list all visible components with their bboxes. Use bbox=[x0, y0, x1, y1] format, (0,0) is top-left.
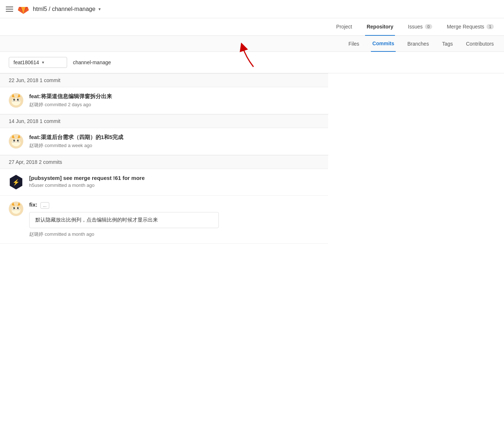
commit-meta-0-0: 赵璐婷 committed 2 days ago bbox=[29, 101, 319, 108]
date-group-3-label: 27 Apr, 2018 2 commits bbox=[9, 159, 62, 165]
nav-label-repository: Repository bbox=[367, 24, 393, 30]
avatar-0-0 bbox=[9, 93, 23, 108]
commit-title-1-0[interactable]: feat:渠道后台需求（四期）的1和5完成 bbox=[29, 134, 319, 141]
commit-ellipsis-badge[interactable]: ... bbox=[40, 202, 49, 209]
commit-info-2-0: [pubsystem] see merge request !61 for mo… bbox=[29, 175, 319, 188]
sub-nav-label-commits: Commits bbox=[372, 41, 394, 46]
commits-list: 22 Jun, 2018 1 commit bbox=[0, 73, 328, 244]
commit-item-2-1: fix: ... 默认隐藏放出比例列，点击编辑比例的时候才显示出来 赵璐婷 co… bbox=[0, 196, 328, 244]
sub-nav-branches[interactable]: Branches bbox=[406, 36, 430, 52]
commit-info-1-0: feat:渠道后台需求（四期）的1和5完成 赵璐婷 committed a we… bbox=[29, 134, 319, 149]
top-nav: html5 / channel-manage ▾ bbox=[0, 0, 504, 18]
commit-info-0-0: feat:将渠道信息编辑弹窗拆分出来 赵璐婷 committed 2 days … bbox=[29, 93, 319, 108]
svg-point-8 bbox=[12, 98, 20, 105]
date-group-1: 22 Jun, 2018 1 commit bbox=[0, 73, 328, 87]
commit-item-2-0: ⚡ [pubsystem] see merge request !61 for … bbox=[0, 169, 328, 196]
sub-nav-tags[interactable]: Tags bbox=[441, 36, 454, 52]
nav-item-merge-requests[interactable]: Merge Requests 1 bbox=[445, 18, 495, 36]
nav-label-merge-requests: Merge Requests bbox=[447, 24, 484, 30]
svg-point-24 bbox=[13, 140, 15, 142]
nav-label-project: Project bbox=[336, 24, 352, 30]
svg-point-14 bbox=[18, 99, 19, 100]
svg-point-21 bbox=[12, 139, 20, 146]
commit-info-2-1: fix: ... 默认隐藏放出比例列，点击编辑比例的时候才显示出来 赵璐婷 co… bbox=[29, 201, 319, 238]
nav-item-repository[interactable]: Repository bbox=[365, 18, 395, 36]
cat-avatar-0-0 bbox=[9, 93, 23, 108]
branch-path: channel-manage bbox=[73, 59, 111, 65]
sub-nav-label-files: Files bbox=[349, 41, 360, 47]
date-group-2: 14 Jun, 2018 1 commit bbox=[0, 114, 328, 128]
commit-item-0-0: feat:将渠道信息编辑弹窗拆分出来 赵璐婷 committed 2 days … bbox=[0, 87, 328, 114]
commit-title-0-0[interactable]: feat:将渠道信息编辑弹窗拆分出来 bbox=[29, 93, 319, 100]
svg-point-12 bbox=[17, 99, 19, 101]
commit-title-2-1[interactable]: fix: bbox=[29, 201, 38, 208]
commit-meta-2-0: h5user committed a month ago bbox=[29, 182, 319, 188]
nav-label-issues: Issues bbox=[408, 24, 423, 30]
sub-nav-files[interactable]: Files bbox=[347, 36, 361, 52]
branch-chevron-icon: ▾ bbox=[42, 60, 44, 65]
date-group-1-label: 22 Jun, 2018 1 commit bbox=[9, 77, 61, 83]
sub-nav-commits[interactable]: Commits bbox=[371, 36, 396, 52]
sub-nav-label-branches: Branches bbox=[407, 41, 429, 47]
branch-dropdown[interactable]: feat180614 ▾ bbox=[9, 57, 67, 68]
sub-nav: Files Commits Branches Tags Contributors bbox=[0, 36, 504, 52]
avatar-1-0 bbox=[9, 134, 23, 149]
date-group-2-label: 14 Jun, 2018 1 commit bbox=[9, 118, 61, 124]
date-group-3: 27 Apr, 2018 2 commits bbox=[0, 155, 328, 169]
svg-point-25 bbox=[17, 140, 19, 142]
sub-nav-container: Files Commits Branches Tags Contributors bbox=[0, 36, 504, 52]
sub-nav-contributors[interactable]: Contributors bbox=[465, 36, 495, 52]
repo-path-text: html5 / channel-manage bbox=[33, 6, 96, 12]
sub-nav-label-contributors: Contributors bbox=[466, 41, 494, 47]
cat-avatar-2-1 bbox=[9, 201, 23, 216]
repo-chevron: ▾ bbox=[98, 7, 101, 12]
svg-point-39 bbox=[14, 207, 15, 208]
avatar-2-1 bbox=[9, 201, 23, 216]
commit-meta-2-1: 赵璐婷 committed a month ago bbox=[29, 231, 319, 238]
merge-requests-badge: 1 bbox=[486, 24, 494, 29]
cat-avatar-1-0 bbox=[9, 134, 23, 149]
svg-point-13 bbox=[14, 99, 15, 100]
svg-point-40 bbox=[18, 207, 19, 208]
issues-badge: 0 bbox=[425, 24, 432, 29]
svg-point-34 bbox=[12, 207, 20, 214]
hamburger-menu[interactable] bbox=[6, 7, 13, 12]
branch-bar: feat180614 ▾ channel-manage bbox=[0, 52, 504, 73]
nav-item-project[interactable]: Project bbox=[335, 18, 354, 36]
svg-point-15 bbox=[16, 101, 17, 101]
svg-point-37 bbox=[13, 207, 15, 209]
svg-point-26 bbox=[14, 140, 15, 141]
commit-title-2-0[interactable]: [pubsystem] see merge request !61 for mo… bbox=[29, 175, 319, 181]
svg-point-41 bbox=[16, 209, 17, 210]
gitlab-logo bbox=[18, 3, 29, 15]
repo-title[interactable]: html5 / channel-manage ▾ bbox=[33, 6, 101, 12]
main-nav: Project Repository Issues 0 Merge Reques… bbox=[0, 18, 504, 36]
svg-point-38 bbox=[17, 207, 19, 209]
hex-avatar-2-0: ⚡ bbox=[9, 175, 23, 189]
commit-meta-1-0: 赵璐婷 committed a week ago bbox=[29, 142, 319, 149]
commit-expanded-text: 默认隐藏放出比例列，点击编辑比例的时候才显示出来 bbox=[29, 212, 219, 228]
commit-item-1-0: feat:渠道后台需求（四期）的1和5完成 赵璐婷 committed a we… bbox=[0, 128, 328, 155]
commit-title-row-2-1: fix: ... bbox=[29, 201, 319, 209]
nav-item-issues[interactable]: Issues 0 bbox=[407, 18, 434, 36]
branch-name: feat180614 bbox=[13, 59, 39, 65]
svg-point-28 bbox=[16, 142, 17, 142]
svg-point-11 bbox=[13, 99, 15, 101]
sub-nav-label-tags: Tags bbox=[442, 41, 453, 47]
svg-point-27 bbox=[18, 140, 19, 141]
